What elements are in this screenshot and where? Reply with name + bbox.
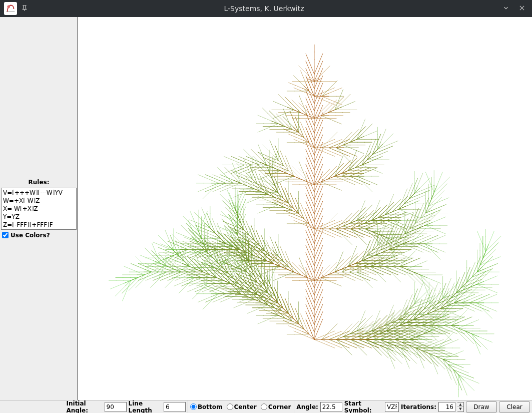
angle-input[interactable]	[320, 402, 342, 412]
origin-corner-option[interactable]: Corner	[260, 403, 293, 410]
svg-point-1	[8, 6, 11, 9]
draw-button[interactable]: Draw	[466, 401, 497, 412]
origin-center-option[interactable]: Center	[226, 403, 259, 410]
titlebar: L-Systems, K. Uerkwitz	[0, 0, 532, 17]
window-title: L-Systems, K. Uerkwitz	[32, 5, 496, 13]
origin-bottom-label: Bottom	[198, 403, 223, 410]
use-colors-checkbox[interactable]	[2, 232, 9, 238]
content-area: Rules: Use Colors? Initial Angle: Line L…	[0, 17, 532, 413]
rules-label: Rules:	[1, 179, 77, 186]
line-length-input[interactable]	[164, 402, 186, 412]
origin-bottom-radio[interactable]	[190, 403, 197, 410]
use-colors-label: Use Colors?	[11, 232, 50, 239]
iterations-spinner[interactable]: ▲ ▼	[457, 402, 464, 412]
app-icon	[4, 2, 17, 15]
initial-angle-input[interactable]	[105, 402, 127, 412]
main-area: Rules: Use Colors?	[0, 17, 532, 400]
use-colors-row[interactable]: Use Colors?	[1, 232, 77, 239]
start-symbol-label: Start Symbol:	[344, 400, 383, 414]
initial-angle-label: Initial Angle:	[67, 400, 103, 414]
pin-icon[interactable]	[21, 5, 28, 13]
iterations-label: Iterations:	[401, 403, 436, 410]
bottom-toolbar: Initial Angle: Line Length Bottom Center…	[0, 400, 532, 413]
rules-textarea[interactable]	[1, 188, 77, 230]
iterations-input[interactable]	[438, 402, 455, 412]
origin-corner-radio[interactable]	[261, 403, 267, 410]
sidebar: Rules: Use Colors?	[0, 17, 78, 400]
angle-label: Angle:	[296, 403, 318, 410]
line-length-label: Line Length	[129, 400, 162, 414]
svg-rect-0	[5, 3, 17, 15]
origin-radio-group: Bottom Center Corner	[188, 400, 294, 413]
close-button[interactable]	[516, 5, 528, 13]
clear-button[interactable]: Clear	[499, 401, 530, 412]
origin-center-radio[interactable]	[227, 403, 233, 410]
origin-bottom-option[interactable]: Bottom	[189, 403, 225, 410]
spinner-up-icon[interactable]: ▲	[457, 402, 463, 407]
spinner-down-icon[interactable]: ▼	[457, 407, 463, 411]
lsystem-render	[78, 17, 532, 400]
drawing-canvas	[78, 17, 532, 400]
minimize-button[interactable]	[500, 5, 512, 13]
origin-corner-label: Corner	[268, 403, 291, 410]
origin-center-label: Center	[234, 403, 257, 410]
start-symbol-input[interactable]	[385, 402, 399, 412]
